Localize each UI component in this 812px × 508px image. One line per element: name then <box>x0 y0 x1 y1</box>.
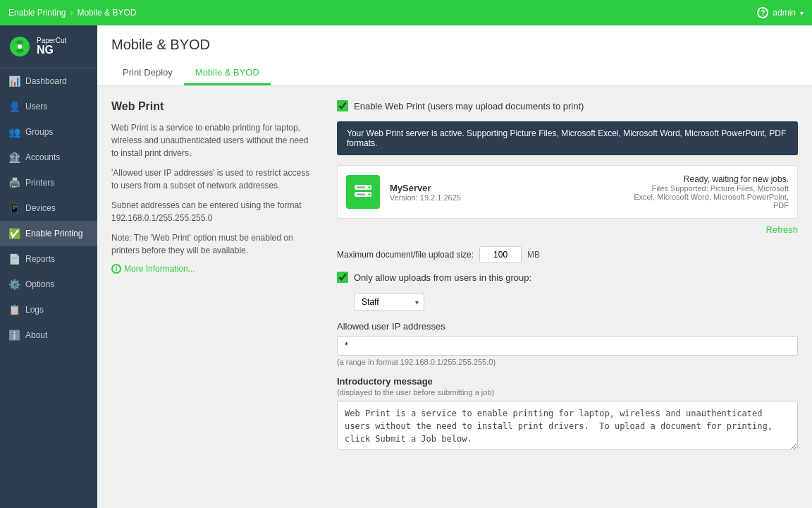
intro-message-section: Introductory message (displayed to the u… <box>337 376 798 452</box>
nav-icon-logs: 📋 <box>8 304 20 315</box>
server-icon <box>346 175 380 209</box>
sidebar-item-accounts[interactable]: 🏦 Accounts <box>0 145 97 170</box>
server-status-text: Ready, waiting for new jobs. <box>634 174 789 184</box>
server-name: MyServer <box>390 183 624 193</box>
server-version: Version: 19.2.1.2625 <box>390 193 624 202</box>
desc-text-1: Web Print is a service to enable printin… <box>111 121 316 159</box>
sidebar-item-dashboard[interactable]: 📊 Dashboard <box>0 68 97 94</box>
sidebar-item-printers[interactable]: 🖨️ Printers <box>0 170 97 195</box>
nav-label-logs: Logs <box>25 305 44 315</box>
nav-icon-printers: 🖨️ <box>8 177 20 188</box>
max-upload-row: Maximum document/file upload size: MB <box>337 246 798 263</box>
sidebar-item-devices[interactable]: 📱 Devices <box>0 195 97 221</box>
only-allow-group: Only allow uploads from users in this gr… <box>337 272 798 311</box>
svg-point-5 <box>369 193 371 195</box>
refresh-link[interactable]: Refresh <box>337 224 798 235</box>
nav-label-options: Options <box>25 279 54 289</box>
nav-label-users: Users <box>25 102 47 111</box>
svg-rect-6 <box>357 187 365 188</box>
page-body: Web Print Web Print is a service to enab… <box>97 86 812 508</box>
breadcrumb-current: Mobile & BYOD <box>77 8 136 18</box>
nav-label-about: About <box>25 330 47 340</box>
page-header: Mobile & BYOD Print Deploy Mobile & BYOD <box>97 25 812 86</box>
ip-hint: (a range in format 192.168.0.1/255.255.2… <box>337 358 798 366</box>
enable-webprint-row: Enable Web Print (users may upload docum… <box>337 100 798 111</box>
info-banner: Your Web Print server is active. Support… <box>337 121 798 155</box>
group-select-wrapper: Staff All Users Admin ▾ <box>354 293 424 311</box>
nav-icon-dashboard: 📊 <box>8 75 20 87</box>
svg-point-4 <box>369 186 371 188</box>
server-status: Ready, waiting for new jobs. Files Suppo… <box>634 174 789 210</box>
topbar-right: ? admin ▾ <box>757 7 804 18</box>
nav-label-dashboard: Dashboard <box>25 76 67 86</box>
intro-message-label: Introductory message <box>337 376 798 387</box>
max-upload-label: Maximum document/file upload size: <box>337 250 474 260</box>
right-column: Enable Web Print (users may upload docum… <box>337 100 798 494</box>
section-title: Web Print <box>111 100 316 113</box>
max-upload-unit: MB <box>527 250 540 260</box>
nav-icon-reports: 📄 <box>8 253 20 265</box>
desc-text-3: Subnet addresses can be entered using th… <box>111 199 316 224</box>
nav-icon-devices: 📱 <box>8 202 20 214</box>
only-allow-checkbox[interactable] <box>337 272 348 283</box>
nav-icon-about: ℹ️ <box>8 329 20 341</box>
admin-label[interactable]: admin <box>773 8 796 18</box>
svg-point-1 <box>18 44 22 49</box>
nav-icon-options: ⚙️ <box>8 279 20 290</box>
more-info-link[interactable]: i More Information... <box>111 264 316 274</box>
server-card: MyServer Version: 19.2.1.2625 Ready, wai… <box>337 165 798 219</box>
nav-label-printers: Printers <box>25 178 54 188</box>
papercut-logo-icon <box>8 35 31 58</box>
nav-label-reports: Reports <box>25 254 55 264</box>
page-title: Mobile & BYOD <box>111 37 798 53</box>
only-allow-label: Only allow uploads from users in this gr… <box>354 272 531 283</box>
enable-webprint-checkbox[interactable] <box>337 100 348 111</box>
ip-section: Allowed user IP addresses (a range in fo… <box>337 321 798 366</box>
enable-webprint-label: Enable Web Print (users may upload docum… <box>354 101 584 111</box>
desc-text-2: 'Allowed user IP addresses' is used to r… <box>111 167 316 192</box>
breadcrumb: Enable Printing › Mobile & BYOD <box>8 8 757 18</box>
more-info-label: More Information... <box>124 264 195 274</box>
sidebar-item-groups[interactable]: 👥 Groups <box>0 119 97 145</box>
ip-label: Allowed user IP addresses <box>337 321 798 332</box>
topbar: Enable Printing › Mobile & BYOD ? admin … <box>0 0 812 25</box>
admin-dropdown-icon[interactable]: ▾ <box>800 9 804 17</box>
help-icon[interactable]: ? <box>757 7 768 18</box>
breadcrumb-link[interactable]: Enable Printing <box>8 8 66 18</box>
breadcrumb-separator: › <box>70 8 73 18</box>
server-files: Files Supported: Picture Files, Microsof… <box>634 184 789 210</box>
sidebar-item-about[interactable]: ℹ️ About <box>0 322 97 348</box>
tabs: Print Deploy Mobile & BYOD <box>111 61 798 85</box>
ip-input[interactable] <box>337 336 798 356</box>
info-icon: i <box>111 264 121 274</box>
intro-message-hint: (displayed to the user before submitting… <box>337 388 798 397</box>
sidebar-item-logs[interactable]: 📋 Logs <box>0 297 97 322</box>
nav-label-devices: Devices <box>25 203 56 213</box>
server-info: MyServer Version: 19.2.1.2625 <box>390 183 624 202</box>
nav-icon-enable-printing: ✅ <box>8 228 20 239</box>
tab-mobile-byod[interactable]: Mobile & BYOD <box>184 61 271 85</box>
nav-label-accounts: Accounts <box>25 152 60 162</box>
group-select[interactable]: Staff All Users Admin <box>354 293 424 311</box>
sidebar-item-users[interactable]: 👤 Users <box>0 94 97 119</box>
nav-label-enable-printing: Enable Printing <box>25 229 82 238</box>
max-upload-input[interactable] <box>479 246 522 263</box>
sidebar-logo-text: PaperCut NG <box>37 37 66 56</box>
left-column: Web Print Web Print is a service to enab… <box>111 100 316 494</box>
sidebar-item-reports[interactable]: 📄 Reports <box>0 246 97 272</box>
sidebar-item-options[interactable]: ⚙️ Options <box>0 272 97 297</box>
nav-icon-groups: 👥 <box>8 126 20 138</box>
nav-icon-accounts: 🏦 <box>8 152 20 163</box>
nav-icon-users: 👤 <box>8 101 20 112</box>
nav-label-groups: Groups <box>25 127 53 137</box>
main-content: Mobile & BYOD Print Deploy Mobile & BYOD… <box>97 25 812 508</box>
tab-print-deploy[interactable]: Print Deploy <box>111 61 184 85</box>
sidebar: PaperCut NG 📊 Dashboard 👤 Users 👥 Groups… <box>0 25 97 508</box>
sidebar-logo: PaperCut NG <box>0 25 97 68</box>
desc-text-4: Note: The 'Web Print' option must be ena… <box>111 231 316 257</box>
intro-message-textarea[interactable]: Web Print is a service to enable printin… <box>337 401 798 450</box>
only-allow-row: Only allow uploads from users in this gr… <box>337 272 798 283</box>
svg-rect-7 <box>357 194 365 195</box>
sidebar-item-enable-printing[interactable]: ✅ Enable Printing <box>0 221 97 246</box>
